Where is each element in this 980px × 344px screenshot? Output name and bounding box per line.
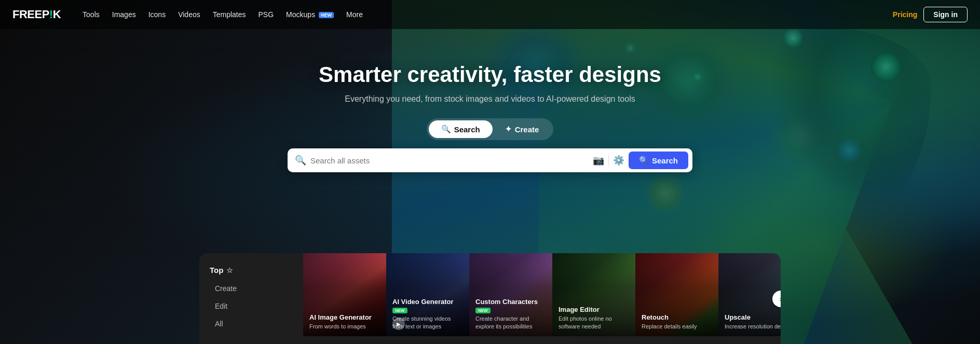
tool-card-custom-char[interactable]: Custom Characters NEW Create character a… xyxy=(469,253,552,344)
star-icon: ☆ xyxy=(226,266,233,274)
tool-card-image-editor[interactable]: Image Editor Edit photos online no softw… xyxy=(552,253,635,344)
search-btn-icon: 🔍 xyxy=(639,156,649,165)
custom-char-new-badge: NEW xyxy=(475,308,491,313)
tool-image-editor-title: Image Editor xyxy=(559,306,629,313)
play-button[interactable]: ▶ xyxy=(392,318,405,330)
tool-card-image-editor-overlay: Image Editor Edit photos online no softw… xyxy=(552,253,635,336)
tool-ai-image-title: AI Image Generator xyxy=(309,313,380,321)
tools-panel: Top ☆ Create Edit All 🔍 Search AI Image … xyxy=(199,253,781,344)
hero-title: Smarter creativity, faster designs xyxy=(319,62,661,87)
tool-ai-video-title: AI Video Generator NEW xyxy=(392,298,463,313)
nav-templates[interactable]: Templates xyxy=(208,7,251,22)
sidebar-heading: Top ☆ xyxy=(210,266,293,274)
logo-text: FREEP!K xyxy=(12,8,61,21)
tool-card-upscale[interactable]: Upscale Increase resolution details xyxy=(718,253,781,344)
tool-retouch-title: Retouch xyxy=(642,313,712,321)
tool-image-editor-desc: Edit photos online no software needed xyxy=(559,315,629,330)
nav-videos[interactable]: Videos xyxy=(173,7,206,22)
search-tab-button[interactable]: 🔍 Search xyxy=(429,120,493,138)
signin-button[interactable]: Sign in xyxy=(923,7,968,22)
search-bar-icon: 🔍 xyxy=(295,155,306,166)
nav-more[interactable]: More xyxy=(341,7,368,22)
tool-card-ai-image-overlay: AI Image Generator From words to images xyxy=(303,253,386,336)
nav-images[interactable]: Images xyxy=(107,7,141,22)
search-input[interactable] xyxy=(310,156,589,165)
hero-subtitle: Everything you need, from stock images a… xyxy=(345,94,635,104)
tool-card-image-editor-bg: Image Editor Edit photos online no softw… xyxy=(552,253,635,336)
tool-custom-char-title: Custom Characters NEW xyxy=(475,298,546,313)
tool-retouch-desc: Replace details easily xyxy=(642,323,712,330)
search-button[interactable]: 🔍 Search xyxy=(629,152,688,169)
sidebar-item-create[interactable]: Create xyxy=(210,281,293,296)
nav-psg[interactable]: PSG xyxy=(253,7,279,22)
search-icon: 🔍 xyxy=(441,125,451,134)
sparkle-icon: ✦ xyxy=(505,125,512,134)
nav-mockups[interactable]: Mockups NEW xyxy=(281,7,339,22)
tool-card-ai-image-bg: AI Image Generator From words to images xyxy=(303,253,386,336)
tool-custom-char-desc: Create character and explore its possibi… xyxy=(475,315,546,330)
search-create-toggle: 🔍 Search ✦ Create xyxy=(427,118,554,140)
nav-links: Tools Images Icons Videos Templates PSG … xyxy=(77,7,893,22)
sidebar-item-all[interactable]: All xyxy=(210,316,293,332)
tool-card-custom-char-bg: Custom Characters NEW Create character a… xyxy=(469,253,552,336)
tool-ai-image-desc: From words to images xyxy=(309,323,380,330)
sidebar-item-edit[interactable]: Edit xyxy=(210,298,293,314)
tools-grid: 🔍 Search AI Image Generator From words t… xyxy=(303,253,781,344)
search-divider xyxy=(608,155,609,166)
ai-video-new-badge: NEW xyxy=(392,308,407,313)
search-bar: 🔍 📷 ⚙️ 🔍 Search xyxy=(288,148,692,172)
tool-card-retouch-bg: Retouch Replace details easily xyxy=(635,253,718,336)
tool-card-upscale-overlay: Upscale Increase resolution details xyxy=(718,253,781,336)
settings-icon[interactable]: ⚙️ xyxy=(613,155,624,166)
tools-sidebar: Top ☆ Create Edit All xyxy=(199,253,303,344)
tool-card-ai-video-bg: AI Video Generator NEW Create stunning v… xyxy=(386,253,469,336)
tool-card-custom-char-overlay: Custom Characters NEW Create character a… xyxy=(469,253,552,336)
tool-card-upscale-bg: Upscale Increase resolution details xyxy=(718,253,781,336)
nav-right: Pricing Sign in xyxy=(893,7,968,22)
hero-section: Smarter creativity, faster designs Every… xyxy=(0,0,980,344)
tool-card-ai-video[interactable]: AI Video Generator NEW Create stunning v… xyxy=(386,253,469,344)
tool-card-retouch[interactable]: Retouch Replace details easily xyxy=(635,253,718,344)
tool-upscale-title: Upscale xyxy=(725,313,781,321)
feather-eye-4 xyxy=(645,172,686,214)
navbar: FREEP!K Tools Images Icons Videos Templa… xyxy=(0,0,980,29)
create-tab-button[interactable]: ✦ Create xyxy=(493,120,552,138)
tool-upscale-desc: Increase resolution details xyxy=(725,323,781,330)
tool-card-retouch-overlay: Retouch Replace details easily xyxy=(635,253,718,336)
camera-icon[interactable]: 📷 xyxy=(593,155,604,166)
pricing-link[interactable]: Pricing xyxy=(893,10,917,19)
mockups-new-badge: NEW xyxy=(319,12,334,18)
search-tools: 📷 ⚙️ xyxy=(593,155,624,166)
nav-tools[interactable]: Tools xyxy=(77,7,105,22)
nav-icons[interactable]: Icons xyxy=(143,7,171,22)
tool-card-ai-image[interactable]: AI Image Generator From words to images xyxy=(303,253,386,344)
logo[interactable]: FREEP!K xyxy=(12,8,61,21)
